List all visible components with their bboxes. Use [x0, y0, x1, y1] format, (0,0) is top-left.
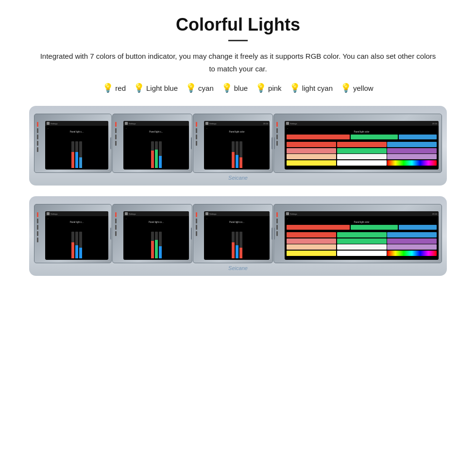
- gc-11: [337, 160, 387, 166]
- back-4: ←: [287, 127, 437, 130]
- gc-10: [287, 160, 336, 166]
- panel-8-wide: Settings 20:24 ← Panel light color: [273, 204, 442, 263]
- led-3b: [196, 128, 197, 133]
- led-1d: [37, 141, 38, 146]
- screen-body-2: ← Panel light c...: [123, 126, 189, 169]
- bulb-pink: 💡: [255, 84, 266, 92]
- panel-4-wide: Settings 20:24 ← Panel light color: [273, 114, 442, 173]
- color-item-red: 💡 red: [102, 84, 126, 92]
- led-4c: [276, 135, 278, 139]
- led-4b: [276, 128, 278, 133]
- topbar-4: Settings 20:24: [285, 121, 439, 126]
- led-3d: [196, 141, 197, 146]
- led-3c: [196, 135, 197, 139]
- back-6: ←: [125, 218, 187, 220]
- bar-2a: [151, 141, 154, 168]
- topbar-5: Settings: [45, 211, 108, 216]
- bar-7c: [239, 232, 242, 258]
- led-6a: [115, 212, 117, 217]
- settings-label-2: Settings: [129, 122, 136, 125]
- gc8-6: [387, 238, 437, 244]
- time-8: 20:24: [432, 213, 437, 215]
- topbar-6: Settings: [123, 211, 189, 216]
- color-bars-7: [206, 225, 268, 258]
- screen-5: Settings ← Panel light c...: [45, 211, 108, 260]
- color-item-lightcyan: 💡 light cyan: [289, 84, 333, 92]
- panel-title-8: Panel light color: [287, 221, 437, 223]
- color-label-cyan: cyan: [198, 84, 214, 92]
- mount-4l: [273, 137, 275, 150]
- led-1e: [37, 147, 38, 152]
- screen-body-6: ← Panel light co...: [123, 216, 189, 260]
- color-item-blue: 💡 blue: [221, 84, 248, 92]
- back-8: ←: [287, 218, 437, 220]
- color-label-lightblue: Light blue: [146, 84, 178, 92]
- home-icon-5: [47, 212, 50, 215]
- topbar-7: Settings: [204, 211, 270, 216]
- color-grid-8: [287, 232, 437, 256]
- mount-6: [191, 228, 192, 240]
- screen-4: Settings 20:24 ← Panel light color: [285, 121, 439, 169]
- topbar-1: Settings: [45, 121, 108, 126]
- settings-label-7: Settings: [209, 213, 216, 215]
- color-grid-4: [287, 142, 437, 166]
- leds-8: [276, 212, 278, 236]
- back-3: ←: [206, 127, 268, 130]
- led-3a: [196, 122, 197, 127]
- led-1c: [37, 135, 38, 139]
- leds-7: [196, 212, 197, 236]
- bar-1b: [75, 141, 78, 168]
- panel-title-2: Panel light c...: [125, 131, 187, 133]
- watermark-bottom: Seicane: [34, 265, 442, 271]
- bar-3c: [239, 141, 242, 168]
- color-bars-1: [47, 135, 106, 168]
- screen-body-3: ← Panel light color: [204, 126, 270, 169]
- color-bars-3: [206, 135, 268, 168]
- bottom-panels-row: Settings ← Panel light c...: [34, 204, 442, 263]
- bulb-yellow: 💡: [340, 84, 351, 92]
- gc8-12: [387, 251, 437, 256]
- panel-title-4: Panel light color: [287, 131, 437, 133]
- description-text: Integrated with 7 colors of button indic…: [39, 50, 437, 75]
- screen-8: Settings 20:24 ← Panel light color: [285, 211, 439, 260]
- page-title: Colorful Lights: [19, 15, 457, 35]
- led-2d: [115, 141, 117, 146]
- led-4a: [276, 122, 278, 127]
- screen-body-7: ← Panel light co...: [204, 216, 270, 260]
- color-bars-6: [125, 225, 187, 258]
- top-panels-row: Settings ← Panel light c...: [34, 114, 442, 173]
- screen-body-8: ← Panel light color: [285, 216, 439, 260]
- device-showcase-bottom: Settings ← Panel light c...: [29, 196, 447, 276]
- led-2c: [115, 135, 117, 139]
- top-bar-green-8: [351, 225, 398, 230]
- leds-5: [37, 212, 38, 242]
- top-bar-green: [351, 135, 398, 139]
- settings-label-1: Settings: [51, 122, 57, 125]
- color-item-lightblue: 💡 Light blue: [134, 84, 178, 92]
- topbar-2: Settings: [123, 121, 189, 126]
- panel-6: Settings ← Panel light co...: [112, 204, 192, 263]
- mount-7: [272, 228, 273, 240]
- leds-4: [276, 122, 278, 146]
- gc8-1: [287, 232, 336, 237]
- home-icon-4: [286, 122, 289, 125]
- panel-7: Settings ← Panel light co...: [193, 204, 273, 263]
- bulb-red: 💡: [102, 84, 113, 92]
- home-icon-3: [205, 122, 208, 125]
- gc8-5: [337, 238, 387, 244]
- screen-6: Settings ← Panel light co...: [123, 211, 189, 260]
- bulb-blue: 💡: [221, 84, 232, 92]
- top-bar-blue-8: [399, 225, 437, 230]
- gc-9: [387, 154, 437, 159]
- bar-5b: [75, 232, 78, 258]
- back-5: ←: [47, 218, 106, 220]
- settings-label-5: Settings: [51, 213, 57, 215]
- time-3: 20:24: [263, 122, 268, 125]
- color-bars-5: [47, 225, 106, 258]
- led-8c: [276, 225, 278, 230]
- back-7: ←: [206, 218, 268, 220]
- bar-2b: [155, 141, 158, 168]
- bar-6a: [151, 232, 154, 258]
- top-color-bars-4: [287, 135, 437, 139]
- led-7c: [196, 225, 197, 230]
